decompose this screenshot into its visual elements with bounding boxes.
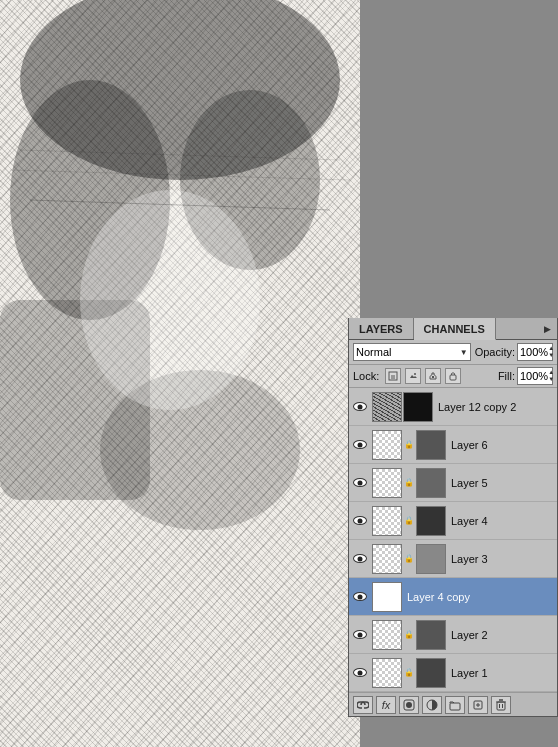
layer-visibility-toggle[interactable]: [351, 388, 369, 425]
layer-item[interactable]: 🔒 Layer 5: [349, 464, 557, 502]
lock-transparent-button[interactable]: [385, 368, 401, 384]
svg-point-16: [406, 702, 412, 708]
layer-lock-icon: 🔒: [404, 668, 414, 677]
layer-item[interactable]: 🔒 Layer 3: [349, 540, 557, 578]
layer-thumb-main: [372, 544, 402, 574]
tab-layers[interactable]: LAYERS: [349, 318, 414, 339]
eye-icon: [353, 554, 367, 563]
svg-rect-18: [450, 703, 460, 710]
link-layers-button[interactable]: [353, 696, 373, 714]
layer-thumbnails: 🔒: [372, 506, 446, 536]
layer-thumb-main: [372, 392, 402, 422]
layer-item[interactable]: 🔒 Layer 6: [349, 426, 557, 464]
layer-item[interactable]: 🔒 Layer 1: [349, 654, 557, 692]
layer-lock-icon: 🔒: [404, 478, 414, 487]
layer-lock-icon: 🔒: [404, 554, 414, 563]
svg-rect-13: [432, 376, 434, 378]
new-layer-button[interactable]: [468, 696, 488, 714]
eye-icon: [353, 440, 367, 449]
opacity-arrows: ▲ ▼: [548, 345, 554, 359]
lock-row: Lock: Fill: 100% ▲ ▼: [349, 365, 557, 388]
layer-item[interactable]: 🔒 Layer 4: [349, 502, 557, 540]
blend-mode-select[interactable]: Normal ▼: [353, 343, 471, 361]
svg-rect-14: [450, 375, 456, 380]
bottom-toolbar: fx: [349, 692, 557, 716]
eye-icon: [353, 516, 367, 525]
layer-thumb-main: [372, 658, 402, 688]
layer-thumbnails: [372, 392, 433, 422]
layer-thumbnails: 🔒: [372, 658, 446, 688]
layer-visibility-toggle[interactable]: [351, 426, 369, 463]
eye-icon: [353, 668, 367, 677]
eye-icon: [353, 478, 367, 487]
layer-thumbnails: [372, 582, 402, 612]
layer-thumbnails: 🔒: [372, 544, 446, 574]
panel-menu-button[interactable]: ▶: [537, 318, 557, 339]
layer-visibility-toggle[interactable]: [351, 464, 369, 501]
opacity-input[interactable]: 100% ▲ ▼: [517, 343, 553, 361]
layer-thumb-mask: [416, 430, 446, 460]
layer-item[interactable]: 🔒 Layer 2: [349, 616, 557, 654]
blend-mode-arrow: ▼: [460, 348, 468, 357]
layer-thumb-main: [372, 430, 402, 460]
sketch-overlay: [0, 0, 360, 747]
eye-icon: [353, 402, 367, 411]
layer-thumb-mask: [416, 506, 446, 536]
blend-mode-row: Normal ▼ Opacity: 100% ▲ ▼: [349, 340, 557, 365]
fill-input[interactable]: 100% ▲ ▼: [517, 367, 553, 385]
opacity-group: Opacity: 100% ▲ ▼: [475, 343, 553, 361]
layer-thumb-main: [372, 506, 402, 536]
layer-thumb-mask: [403, 392, 433, 422]
svg-point-12: [414, 373, 416, 375]
layer-thumb-mask: [416, 544, 446, 574]
layer-thumbnails: 🔒: [372, 620, 446, 650]
delete-layer-button[interactable]: [491, 696, 511, 714]
eye-icon: [353, 630, 367, 639]
lock-image-button[interactable]: [405, 368, 421, 384]
layer-visibility-toggle[interactable]: [351, 578, 369, 615]
layer-visibility-toggle[interactable]: [351, 654, 369, 691]
layer-visibility-toggle[interactable]: [351, 540, 369, 577]
layer-visibility-toggle[interactable]: [351, 616, 369, 653]
lock-all-button[interactable]: [445, 368, 461, 384]
layer-list: Layer 12 copy 2 🔒 Layer 6: [349, 388, 557, 692]
layer-thumb-main: [372, 620, 402, 650]
svg-point-7: [80, 190, 260, 410]
group-layer-button[interactable]: [445, 696, 465, 714]
layer-thumb-mask: [416, 620, 446, 650]
add-mask-button[interactable]: [399, 696, 419, 714]
fill-arrows: ▲ ▼: [548, 369, 554, 383]
layer-thumbnails: 🔒: [372, 430, 446, 460]
layer-item[interactable]: Layer 12 copy 2: [349, 388, 557, 426]
new-adjustment-button[interactable]: [422, 696, 442, 714]
layer-thumb-main: [372, 468, 402, 498]
fill-group: Fill: 100% ▲ ▼: [498, 367, 553, 385]
layer-lock-icon: 🔒: [404, 516, 414, 525]
layer-item-selected[interactable]: Layer 4 copy: [349, 578, 557, 616]
layer-thumb-mask: [416, 658, 446, 688]
layer-thumb-main: [372, 582, 402, 612]
layer-thumb-mask: [416, 468, 446, 498]
layer-lock-icon: 🔒: [404, 630, 414, 639]
tab-channels[interactable]: CHANNELS: [414, 318, 496, 340]
layers-panel: LAYERS CHANNELS ▶ Normal ▼ Opacity: 100%…: [348, 318, 558, 717]
add-style-button[interactable]: fx: [376, 696, 396, 714]
layer-thumbnails: 🔒: [372, 468, 446, 498]
svg-rect-22: [497, 702, 505, 710]
eye-icon: [353, 592, 367, 601]
layer-lock-icon: 🔒: [404, 440, 414, 449]
layer-visibility-toggle[interactable]: [351, 502, 369, 539]
lock-position-button[interactable]: [425, 368, 441, 384]
tab-bar: LAYERS CHANNELS ▶: [349, 318, 557, 340]
